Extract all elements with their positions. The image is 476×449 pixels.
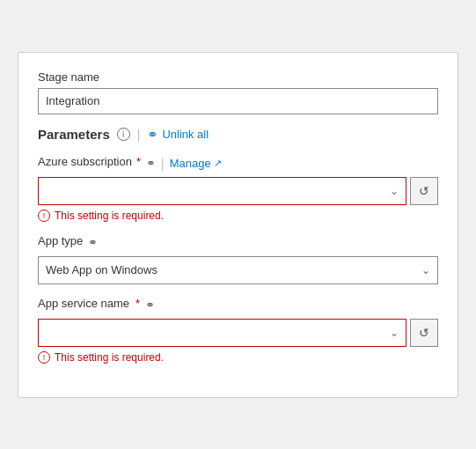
stage-name-input[interactable]: [38, 88, 438, 114]
app-type-select-wrapper: Web App on Windows Web App on Linux Web …: [38, 256, 438, 284]
app-service-name-input-row: ⌄ ↺: [38, 319, 438, 347]
app-service-name-refresh-icon: ↺: [419, 326, 429, 340]
manage-label: Manage: [170, 157, 211, 170]
app-type-label: App type: [38, 234, 83, 247]
app-service-name-label: App service name *: [38, 297, 140, 310]
stage-name-group: Stage name: [38, 70, 438, 114]
main-card: Stage name Parameters i | ⚭ Unlink all A…: [18, 52, 458, 398]
azure-subscription-select-wrapper: ⌄: [38, 177, 406, 205]
app-service-name-link-icon: ⚭: [145, 298, 155, 312]
app-service-name-group: App service name * ⚭ ⌄ ↺ ! This setting …: [38, 297, 438, 364]
azure-subscription-asterisk: *: [136, 155, 141, 168]
app-service-name-error: ! This setting is required.: [38, 351, 438, 364]
azure-subscription-label-text: Azure subscription: [38, 155, 132, 168]
parameters-info-icon[interactable]: i: [117, 128, 130, 141]
app-type-group: App type ⚭ Web App on Windows Web App on…: [38, 234, 438, 284]
azure-subscription-input-row: ⌄ ↺: [38, 177, 438, 205]
external-link-icon: ↗: [214, 158, 222, 169]
subscription-divider: |: [161, 157, 165, 171]
parameters-divider: |: [137, 128, 141, 142]
app-type-link-icon: ⚭: [88, 236, 98, 249]
azure-subscription-link-icon: ⚭: [146, 157, 156, 170]
unlink-icon: ⚭: [147, 127, 158, 143]
azure-subscription-error: ! This setting is required.: [38, 210, 438, 222]
app-service-name-label-text: App service name: [38, 297, 129, 310]
azure-subscription-group: Azure subscription * ⚭ | Manage ↗ ⌄ ↺ !: [38, 155, 438, 222]
subscription-label-row: Azure subscription * ⚭ | Manage ↗: [38, 155, 438, 173]
app-service-name-error-icon: !: [38, 351, 50, 364]
parameters-header: Parameters i | ⚭ Unlink all: [38, 127, 438, 143]
app-type-select[interactable]: Web App on Windows Web App on Linux Web …: [38, 256, 438, 284]
app-service-name-select-wrapper: ⌄: [38, 319, 406, 347]
azure-subscription-refresh-button[interactable]: ↺: [410, 177, 438, 205]
azure-subscription-label: Azure subscription *: [38, 155, 141, 168]
manage-button[interactable]: Manage ↗: [170, 157, 222, 170]
azure-subscription-select[interactable]: [38, 177, 406, 205]
stage-name-label: Stage name: [38, 70, 438, 84]
app-type-label-row: App type ⚭: [38, 234, 438, 252]
unlink-all-label: Unlink all: [162, 128, 209, 141]
unlink-all-button[interactable]: ⚭ Unlink all: [147, 127, 209, 143]
azure-subscription-refresh-icon: ↺: [419, 184, 429, 198]
app-service-name-error-text: This setting is required.: [55, 351, 164, 364]
app-service-name-asterisk: *: [135, 297, 140, 310]
app-service-name-refresh-button[interactable]: ↺: [410, 319, 438, 347]
app-service-name-select[interactable]: [38, 319, 406, 347]
azure-subscription-error-text: This setting is required.: [55, 210, 164, 222]
parameters-title: Parameters: [38, 127, 110, 142]
azure-subscription-error-icon: !: [38, 210, 50, 222]
app-service-name-label-row: App service name * ⚭: [38, 297, 438, 314]
